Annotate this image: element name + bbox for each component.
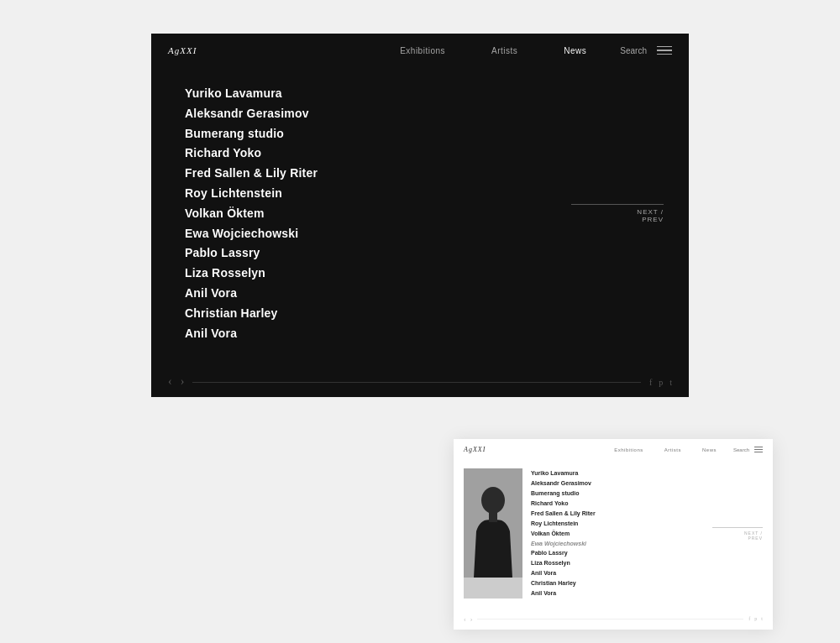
dark-artist-item-5[interactable]: Roy Lichtenstein (185, 184, 571, 204)
dark-artist-item-4[interactable]: Fred Sallen & Lily Riter (185, 164, 571, 184)
white-artist-item-10[interactable]: Anil Vora (531, 568, 704, 578)
white-progress-bar (477, 619, 743, 619)
white-nav-artists[interactable]: Artists (664, 447, 681, 452)
white-artist-list: Yuriko LavamuraAleksandr GerasimovBumera… (531, 468, 704, 599)
dark-next-prev-line (571, 204, 664, 205)
white-search-link[interactable]: Search (733, 447, 749, 452)
dark-nav-artists[interactable]: Artists (491, 46, 517, 55)
dark-artist-item-6[interactable]: Volkan Öktem (185, 204, 571, 224)
white-right-panel: NEXT /PREV (712, 468, 763, 599)
dark-search-link[interactable]: Search (620, 46, 647, 55)
white-next-prev-line (712, 527, 763, 528)
dark-twitter-icon[interactable]: t (669, 378, 672, 387)
white-hamburger-line-2 (754, 449, 763, 450)
white-artist-item-3[interactable]: Richard Yoko (531, 499, 704, 509)
dark-content-area: Yuriko LavamuraAleksandr GerasimovBumera… (151, 67, 689, 369)
white-nav-links: Exhibitions Artists News (614, 447, 717, 452)
dark-bottom-bar: ‹ › f p t (151, 369, 689, 397)
white-bottom-bar: ‹ › f p t (454, 611, 773, 630)
white-artist-item-12[interactable]: Anil Vora (531, 588, 704, 599)
dark-artist-item-1[interactable]: Aleksandr Gerasimov (185, 104, 571, 124)
dark-artist-item-9[interactable]: Liza Rosselyn (185, 264, 571, 284)
dark-nav-right: Search (620, 46, 672, 55)
dark-artist-item-12[interactable]: Anil Vora (185, 324, 571, 344)
dark-artist-item-10[interactable]: Anil Vora (185, 284, 571, 304)
dark-artist-item-0[interactable]: Yuriko Lavamura (185, 84, 571, 104)
white-hamburger-line-3 (754, 452, 763, 452)
white-hamburger-button[interactable] (754, 447, 763, 452)
white-prev-arrow[interactable]: ‹ (464, 615, 466, 623)
dark-next-prev: NEXT /PREV (571, 204, 664, 223)
dark-nav-links: Exhibitions Artists News (400, 46, 586, 55)
artist-photo (464, 468, 522, 599)
dark-nav-exhibitions[interactable]: Exhibitions (400, 46, 445, 55)
white-artist-item-5[interactable]: Roy Lichtenstein (531, 519, 704, 529)
white-nav-arrows: ‹ › (464, 615, 472, 623)
white-artist-item-4[interactable]: Fred Sallen & Lily Riter (531, 509, 704, 519)
white-card: AgXXI Exhibitions Artists News Search (454, 439, 773, 630)
white-next-prev-text: NEXT /PREV (744, 531, 763, 541)
dark-nav-news[interactable]: News (564, 46, 586, 55)
white-facebook-icon[interactable]: f (748, 616, 750, 621)
dark-facebook-icon[interactable]: f (649, 378, 652, 387)
dark-nav-bar: AgXXI Exhibitions Artists News Search (151, 34, 689, 67)
svg-point-1 (481, 487, 505, 514)
person-silhouette-svg (464, 468, 522, 578)
hamburger-line-3 (657, 54, 672, 55)
dark-social-icons: f p t (649, 378, 672, 387)
dark-artist-item-2[interactable]: Bumerang studio (185, 124, 571, 144)
dark-artist-item-8[interactable]: Pablo Lassry (185, 243, 571, 264)
white-social-icons: f p t (748, 616, 763, 621)
white-artist-item-9[interactable]: Liza Rosselyn (531, 558, 704, 568)
white-twitter-icon[interactable]: t (761, 616, 763, 621)
white-artist-item-8[interactable]: Pablo Lassry (531, 548, 704, 558)
white-logo: AgXXI (464, 446, 486, 453)
dark-artist-item-3[interactable]: Richard Yoko (185, 144, 571, 164)
white-artist-item-11[interactable]: Christian Harley (531, 578, 704, 588)
white-nav-exhibitions[interactable]: Exhibitions (614, 447, 643, 452)
dark-progress-bar (192, 382, 641, 383)
dark-pinterest-icon[interactable]: p (659, 378, 663, 387)
white-artist-item-0[interactable]: Yuriko Lavamura (531, 468, 704, 478)
white-artist-item-2[interactable]: Bumerang studio (531, 489, 704, 499)
svg-rect-2 (489, 512, 497, 522)
white-pinterest-icon[interactable]: p (754, 616, 757, 621)
dark-artist-item-7[interactable]: Ewa Wojciechowski (185, 224, 571, 244)
dark-hamburger-button[interactable] (657, 46, 672, 55)
white-artist-item-1[interactable]: Aleksandr Gerasimov (531, 478, 704, 489)
dark-next-arrow[interactable]: › (181, 375, 185, 389)
white-artist-item-7[interactable]: Ewa Wojciechowski (531, 539, 704, 549)
dark-nav-arrows: ‹ › (168, 375, 184, 389)
dark-artist-item-11[interactable]: Christian Harley (185, 304, 571, 324)
white-nav-news[interactable]: News (702, 447, 717, 452)
dark-logo: AgXXI (168, 45, 197, 55)
white-artist-item-6[interactable]: Volkan Öktem (531, 529, 704, 539)
dark-prev-arrow[interactable]: ‹ (168, 375, 172, 389)
hamburger-line-2 (657, 50, 672, 51)
dark-card: AgXXI Exhibitions Artists News Search Yu… (151, 34, 689, 397)
hamburger-line-1 (657, 46, 672, 48)
white-content-area: Yuriko LavamuraAleksandr GerasimovBumera… (454, 460, 773, 611)
white-nav-bar: AgXXI Exhibitions Artists News Search (454, 439, 773, 460)
dark-artist-list: Yuriko LavamuraAleksandr GerasimovBumera… (185, 84, 571, 343)
photo-placeholder (464, 468, 522, 578)
white-hamburger-line-1 (754, 447, 763, 447)
white-nav-right: Search (733, 447, 763, 452)
white-next-arrow[interactable]: › (470, 615, 473, 623)
dark-next-prev-text: NEXT /PREV (571, 208, 664, 223)
dark-right-panel: NEXT /PREV (571, 84, 672, 343)
